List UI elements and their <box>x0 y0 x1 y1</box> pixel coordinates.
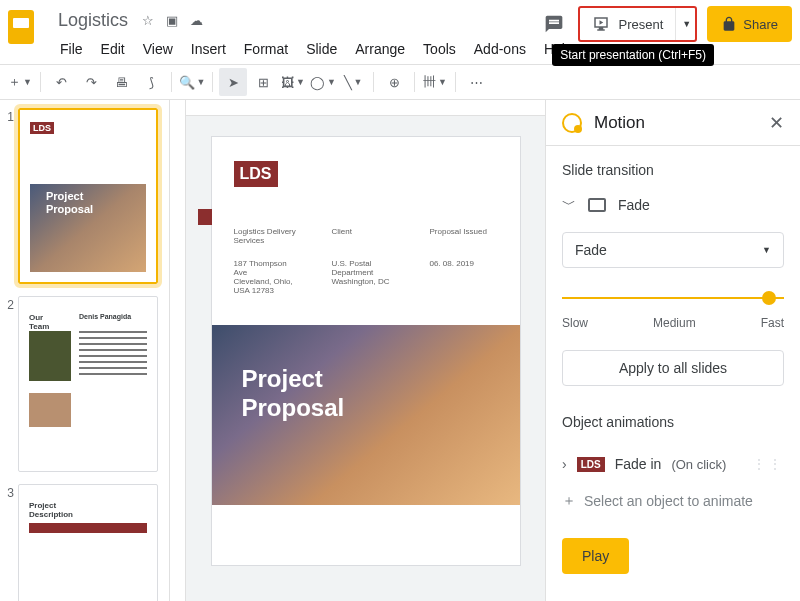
new-slide-button[interactable]: ＋▼ <box>6 68 34 96</box>
present-label: Present <box>618 17 663 32</box>
paint-format-button[interactable]: ⟆ <box>137 68 165 96</box>
select-object-hint: ＋ Select an object to animate <box>562 480 784 522</box>
share-button[interactable]: Share <box>707 6 792 42</box>
comments-button[interactable] <box>540 10 568 38</box>
textbox-tool[interactable]: ⊞ <box>249 68 277 96</box>
toolbar: ＋▼ ↶ ↷ 🖶 ⟆ 🔍▼ ➤ ⊞ 🖼▼ ◯▼ ╲▼ ⊕ 卌▼ ⋯ <box>0 64 800 100</box>
speed-fast-label: Fast <box>761 316 784 330</box>
drag-handle-icon[interactable]: ⋮⋮ <box>752 456 784 472</box>
star-icon[interactable]: ☆ <box>142 13 154 28</box>
image-tool[interactable]: 🖼▼ <box>279 68 307 96</box>
menu-addons[interactable]: Add-ons <box>466 37 534 61</box>
transition-section-title: Slide transition <box>562 162 784 178</box>
undo-button[interactable]: ↶ <box>47 68 75 96</box>
menu-insert[interactable]: Insert <box>183 37 234 61</box>
motion-icon <box>562 113 582 133</box>
lds-badge: LDS <box>30 122 54 134</box>
transition-name: Fade <box>618 197 650 213</box>
close-panel-button[interactable]: ✕ <box>769 112 784 134</box>
speed-slow-label: Slow <box>562 316 588 330</box>
lock-icon <box>721 16 737 32</box>
plus-icon: ＋ <box>562 492 576 510</box>
move-icon[interactable]: ▣ <box>166 13 178 28</box>
animation-trigger: (On click) <box>671 457 726 472</box>
main-area: 1 LDS ProjectProposal 2 Our Team Denis P… <box>0 100 800 601</box>
menu-edit[interactable]: Edit <box>93 37 133 61</box>
shape-tool[interactable]: ◯▼ <box>309 68 337 96</box>
animation-item[interactable]: › LDS Fade in (On click) ⋮⋮ <box>562 448 784 480</box>
present-dropdown[interactable]: ▼ <box>675 8 695 40</box>
chevron-down-icon: ▼ <box>762 245 771 255</box>
print-button[interactable]: 🖶 <box>107 68 135 96</box>
horizontal-ruler <box>186 100 545 116</box>
transition-row[interactable]: ﹀ Fade <box>562 196 784 214</box>
animations-section-title: Object animations <box>562 414 784 430</box>
cloud-icon[interactable]: ☁ <box>190 13 203 28</box>
present-icon <box>592 15 610 33</box>
share-label: Share <box>743 17 778 32</box>
slide-thumb-2[interactable]: 2 Our Team Denis Panagida <box>4 296 165 472</box>
menu-slide[interactable]: Slide <box>298 37 345 61</box>
menu-format[interactable]: Format <box>236 37 296 61</box>
play-button[interactable]: Play <box>562 538 629 574</box>
speed-medium-label: Medium <box>653 316 696 330</box>
filmstrip: 1 LDS ProjectProposal 2 Our Team Denis P… <box>0 100 170 601</box>
lds-badge: LDS <box>577 457 605 472</box>
panel-title: Motion <box>594 113 769 133</box>
red-tab <box>198 209 212 225</box>
slide-thumb-3[interactable]: 3 Project Description <box>4 484 165 601</box>
comment-tool[interactable]: ⊕ <box>380 68 408 96</box>
lds-badge: LDS <box>234 161 278 187</box>
vertical-ruler <box>170 100 186 601</box>
redo-button[interactable]: ↷ <box>77 68 105 96</box>
transition-button[interactable]: 卌▼ <box>421 68 449 96</box>
line-tool[interactable]: ╲▼ <box>339 68 367 96</box>
slide-thumb-1[interactable]: 1 LDS ProjectProposal <box>4 108 165 284</box>
present-button[interactable]: Present ▼ <box>578 6 697 42</box>
menu-arrange[interactable]: Arrange <box>347 37 413 61</box>
app-logo[interactable] <box>8 10 44 46</box>
canvas[interactable]: LDS Logistics Delivery Services Client P… <box>186 116 545 601</box>
chevron-right-icon: › <box>562 456 567 472</box>
titlebar: Logistics ☆ ▣ ☁ File Edit View Insert Fo… <box>0 0 800 64</box>
doc-title[interactable]: Logistics <box>52 8 134 33</box>
animation-name: Fade in <box>615 456 662 472</box>
more-button[interactable]: ⋯ <box>462 68 490 96</box>
apply-all-button[interactable]: Apply to all slides <box>562 350 784 386</box>
select-tool[interactable]: ➤ <box>219 68 247 96</box>
slide-icon <box>588 198 606 212</box>
chevron-down-icon: ﹀ <box>562 196 576 214</box>
menu-tools[interactable]: Tools <box>415 37 464 61</box>
zoom-button[interactable]: 🔍▼ <box>178 68 206 96</box>
motion-panel: Motion ✕ Slide transition ﹀ Fade Fade ▼ … <box>545 100 800 601</box>
present-tooltip: Start presentation (Ctrl+F5) <box>552 44 714 66</box>
menu-view[interactable]: View <box>135 37 181 61</box>
canvas-area: LDS Logistics Delivery Services Client P… <box>170 100 545 601</box>
slide-canvas[interactable]: LDS Logistics Delivery Services Client P… <box>211 136 521 566</box>
menu-file[interactable]: File <box>52 37 91 61</box>
transition-dropdown[interactable]: Fade ▼ <box>562 232 784 268</box>
speed-slider[interactable] <box>562 288 784 308</box>
